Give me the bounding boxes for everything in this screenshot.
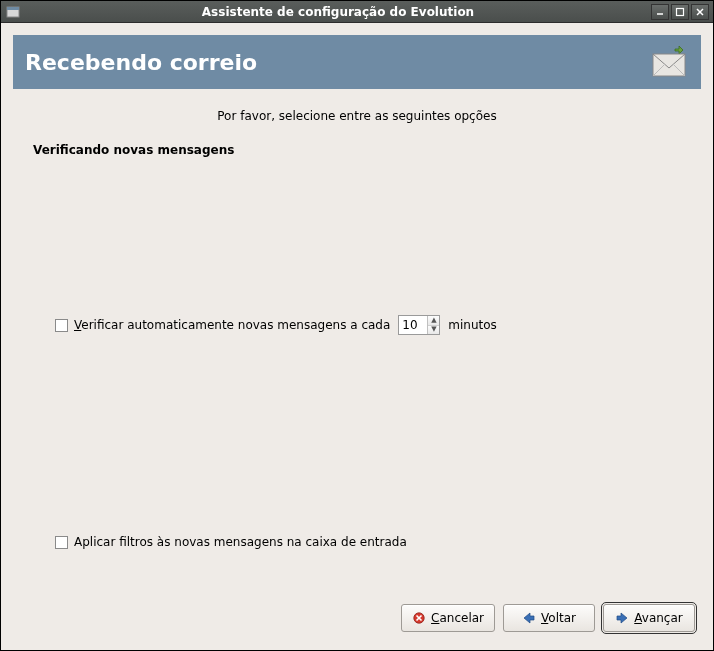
cancel-icon	[412, 611, 426, 625]
interval-spinner: ▲ ▼	[398, 315, 440, 335]
forward-button[interactable]: Avançar	[603, 604, 695, 632]
app-icon	[5, 4, 21, 20]
svg-rect-1	[7, 7, 19, 10]
mail-icon	[649, 44, 689, 80]
auto-check-checkbox[interactable]	[55, 319, 68, 332]
page-title: Recebendo correio	[25, 50, 257, 75]
interval-input[interactable]	[399, 316, 427, 334]
close-button[interactable]	[691, 4, 709, 20]
wizard-header: Recebendo correio	[13, 35, 701, 89]
apply-filters-checkbox[interactable]	[55, 536, 68, 549]
svg-marker-12	[617, 613, 627, 623]
interval-down-button[interactable]: ▼	[428, 326, 439, 335]
forward-label: Avançar	[634, 611, 682, 625]
wizard-buttons: Cancelar Voltar Avançar	[13, 594, 701, 638]
apply-filters-label[interactable]: Aplicar filtros às novas mensagens na ca…	[74, 535, 407, 549]
back-button[interactable]: Voltar	[503, 604, 595, 632]
cancel-label: Cancelar	[431, 611, 484, 625]
section-title: Verificando novas mensagens	[33, 143, 701, 157]
window-title: Assistente de configuração do Evolution	[25, 5, 651, 19]
options-area: Verificar automaticamente novas mensagen…	[13, 167, 701, 594]
interval-suffix: minutos	[448, 318, 497, 332]
window-body: Recebendo correio Por favor, selecione e…	[1, 23, 713, 650]
apply-filters-option: Aplicar filtros às novas mensagens na ca…	[55, 535, 407, 549]
auto-check-option: Verificar automaticamente novas mensagen…	[55, 315, 497, 335]
instruction-text: Por favor, selecione entre as seguintes …	[13, 109, 701, 123]
interval-up-button[interactable]: ▲	[428, 316, 439, 326]
maximize-button[interactable]	[671, 4, 689, 20]
svg-rect-7	[653, 54, 685, 76]
auto-check-label[interactable]: Verificar automaticamente novas mensagen…	[74, 318, 390, 332]
back-label: Voltar	[541, 611, 576, 625]
window-frame: Assistente de configuração do Evolution …	[0, 0, 714, 651]
svg-rect-3	[677, 8, 684, 15]
titlebar[interactable]: Assistente de configuração do Evolution	[1, 1, 713, 23]
forward-icon	[615, 611, 629, 625]
svg-marker-6	[675, 46, 683, 54]
back-icon	[522, 611, 536, 625]
minimize-button[interactable]	[651, 4, 669, 20]
svg-marker-11	[524, 613, 534, 623]
window-controls	[651, 4, 709, 20]
cancel-button[interactable]: Cancelar	[401, 604, 495, 632]
